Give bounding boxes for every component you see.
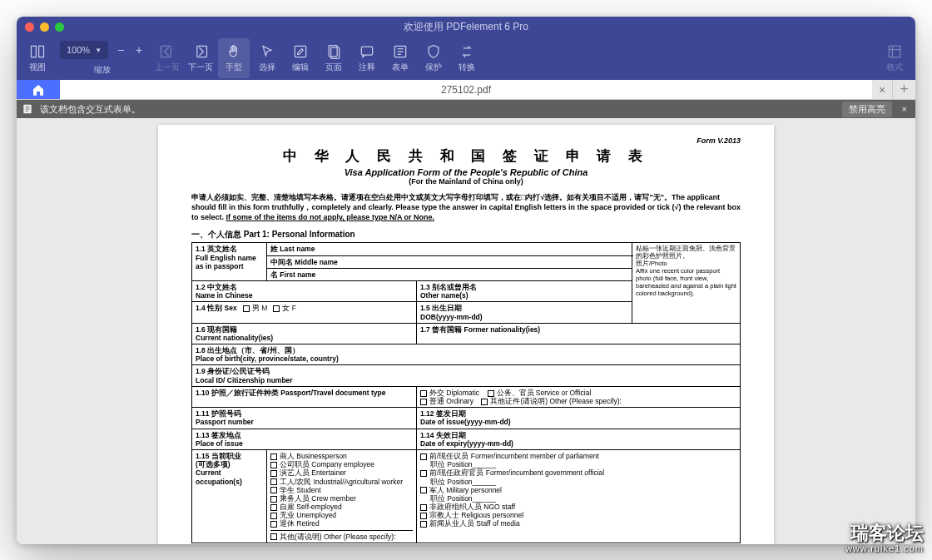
home-icon	[32, 83, 45, 97]
svg-rect-0	[32, 46, 37, 57]
info-bar: 该文档包含交互式表单。 禁用高亮 ×	[17, 100, 915, 118]
form-title-cn: 中 华 人 民 共 和 国 签 证 申 请 表	[191, 146, 741, 166]
form-button[interactable]: 表单	[384, 38, 416, 78]
form-icon	[22, 103, 33, 115]
close-window[interactable]	[25, 22, 34, 32]
edit-button[interactable]: 编辑	[285, 38, 316, 78]
annotate-button[interactable]: 注释	[351, 38, 383, 78]
protect-button[interactable]: 保护	[418, 38, 449, 78]
home-tab[interactable]	[17, 80, 60, 99]
info-message: 该文档包含交互式表单。	[40, 103, 141, 116]
tab-bar: 275102.pdf × +	[17, 80, 915, 100]
new-tab[interactable]: +	[892, 80, 915, 99]
svg-rect-4	[295, 46, 305, 57]
disable-highlight-button[interactable]: 禁用高亮	[842, 102, 892, 117]
page-button[interactable]: 页面	[318, 38, 350, 78]
convert-button[interactable]: 转换	[451, 38, 483, 78]
svg-rect-1	[39, 46, 44, 57]
form-title-en: Visa Application Form of the People's Re…	[191, 167, 741, 177]
file-tab[interactable]: 275102.pdf	[60, 80, 872, 99]
format-button[interactable]: 格式	[879, 38, 910, 78]
zoom-select[interactable]: 100%▼	[60, 41, 108, 59]
zoom-out[interactable]: −	[112, 43, 130, 57]
svg-rect-2	[161, 46, 171, 57]
maximize-window[interactable]	[55, 22, 64, 32]
prev-page-button[interactable]: 上一页	[151, 38, 183, 78]
svg-rect-7	[361, 47, 372, 55]
watermark: 瑞客论坛 www.ruike1.com	[845, 523, 924, 553]
instructions: 申请人必须如实、完整、清楚地填写本表格。请逐项在空白处用中文或英文大写字母打印填…	[191, 192, 741, 222]
document-viewport[interactable]: Form V.2013 中 华 人 民 共 和 国 签 证 申 请 表 Visa…	[17, 118, 915, 544]
next-page-button[interactable]: 下一页	[185, 38, 216, 78]
pdf-page: Form V.2013 中 华 人 民 共 和 国 签 证 申 请 表 Visa…	[158, 125, 774, 544]
svg-rect-9	[889, 46, 900, 57]
form-table: 1.1 英文姓名 Full English name as in passpor…	[191, 242, 741, 543]
hand-tool-button[interactable]: 手型	[218, 38, 250, 78]
minimize-window[interactable]	[40, 22, 49, 32]
toolbar: 视图 100%▼ − + 缩放 上一页 下一页 手型 选择	[17, 37, 915, 80]
zoom-in[interactable]: +	[130, 43, 148, 57]
view-button[interactable]: 视图	[22, 38, 53, 78]
close-tab[interactable]: ×	[872, 80, 892, 99]
close-infobar[interactable]: ×	[899, 104, 910, 114]
svg-rect-3	[197, 46, 207, 57]
titlebar: 欢迎使用 PDFelement 6 Pro	[17, 17, 915, 37]
select-tool-button[interactable]: 选择	[251, 38, 283, 78]
window-title: 欢迎使用 PDFelement 6 Pro	[404, 20, 528, 34]
